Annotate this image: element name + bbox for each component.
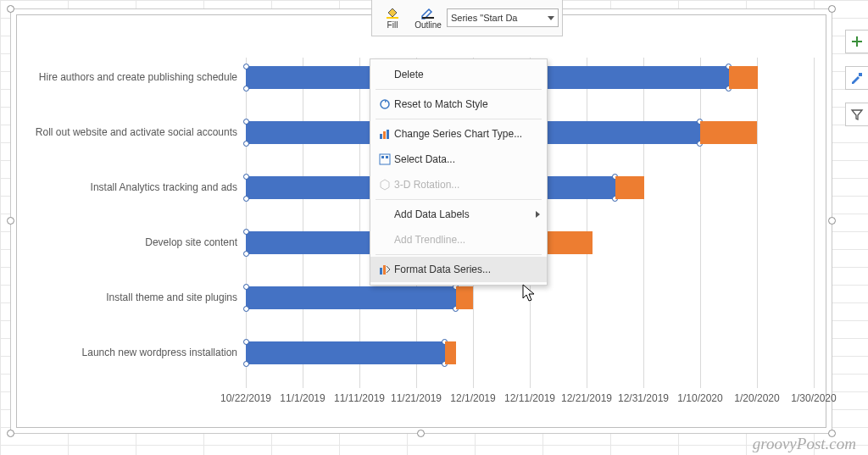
chart-type-icon — [376, 127, 394, 141]
cube-icon — [376, 178, 394, 191]
bar-duration[interactable] — [700, 121, 757, 144]
bar-start-date[interactable] — [246, 286, 456, 309]
svg-rect-9 — [386, 156, 388, 158]
bar-duration[interactable] — [445, 341, 456, 364]
svg-rect-2 — [422, 17, 434, 19]
x-tick: 11/21/2019 — [391, 392, 442, 404]
bar-duration[interactable] — [615, 176, 644, 199]
mini-toolbar: Fill Outline Series "Start Da — [371, 0, 563, 36]
x-tick: 11/11/2019 — [334, 392, 385, 404]
watermark-text: groovyPost.com — [753, 435, 856, 453]
menu-delete[interactable]: Delete — [370, 62, 547, 87]
series-selector-dropdown[interactable]: Series "Start Da — [447, 8, 559, 27]
x-tick: 11/1/2019 — [280, 392, 325, 404]
fill-label: Fill — [387, 20, 398, 30]
bar-start-date[interactable] — [246, 341, 445, 364]
paint-bucket-icon — [385, 6, 400, 19]
menu-add-data-labels[interactable]: Add Data Labels — [370, 202, 547, 227]
x-tick: 12/31/2019 — [618, 392, 669, 404]
series-selector-text: Series "Start Da — [451, 13, 518, 23]
chevron-right-icon — [536, 211, 540, 218]
select-data-icon — [376, 153, 394, 166]
svg-rect-5 — [383, 131, 386, 139]
fill-button[interactable]: Fill — [376, 6, 409, 30]
menu-add-trendline: Add Trendline... — [370, 227, 547, 252]
menu-format-data-series[interactable]: Format Data Series... — [370, 257, 547, 282]
category-label: Launch new wordpress installation — [17, 347, 237, 358]
outline-button[interactable]: Outline — [411, 6, 445, 30]
menu-select-data[interactable]: Select Data... — [370, 147, 547, 172]
x-tick: 1/20/2020 — [734, 392, 779, 404]
paintbrush-icon — [850, 71, 864, 85]
category-label: Roll out website and activate social acc… — [17, 126, 237, 138]
pen-outline-icon — [420, 6, 436, 19]
context-menu: Delete Reset to Match Style Change Serie… — [370, 58, 548, 286]
svg-rect-11 — [383, 265, 386, 275]
menu-change-chart-type[interactable]: Change Series Chart Type... — [370, 121, 547, 147]
svg-rect-10 — [380, 268, 382, 275]
svg-rect-0 — [859, 73, 862, 76]
category-label: Install theme and site plugins — [17, 291, 237, 303]
outline-label: Outline — [415, 20, 442, 30]
chart-styles-button[interactable] — [845, 66, 868, 90]
svg-rect-7 — [380, 154, 390, 164]
x-tick: 12/11/2019 — [504, 392, 555, 404]
x-tick: 1/30/2020 — [791, 392, 836, 404]
chart-filters-button[interactable] — [845, 103, 868, 126]
plus-icon — [850, 35, 864, 48]
x-tick: 10/22/2019 — [220, 392, 271, 404]
category-label: Hire authors and create publishing sched… — [17, 71, 237, 83]
chart-elements-button[interactable] — [845, 30, 868, 53]
category-label: Install Analytics tracking and ads — [17, 181, 237, 193]
svg-rect-8 — [381, 156, 384, 158]
category-label: Develop site content — [17, 236, 237, 248]
svg-rect-4 — [380, 134, 382, 139]
bar-duration[interactable] — [729, 66, 758, 89]
funnel-icon — [850, 108, 864, 121]
x-tick: 1/10/2020 — [677, 392, 722, 404]
x-tick: 12/21/2019 — [561, 392, 612, 404]
chevron-down-icon — [548, 16, 554, 20]
svg-rect-1 — [387, 17, 398, 19]
menu-3d-rotation: 3-D Rotation... — [370, 172, 547, 197]
reset-icon — [376, 97, 394, 111]
menu-reset-style[interactable]: Reset to Match Style — [370, 92, 547, 117]
bar-duration[interactable] — [456, 286, 473, 309]
format-series-icon — [376, 263, 394, 276]
x-tick: 12/1/2019 — [450, 392, 495, 404]
svg-rect-6 — [387, 130, 389, 139]
